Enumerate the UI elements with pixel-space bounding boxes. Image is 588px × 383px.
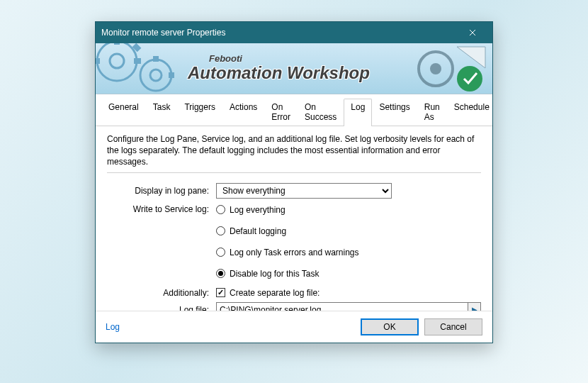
svg-point-3 [150,70,162,81]
svg-point-0 [97,43,137,81]
create-logfile-label: Create separate log file: [230,288,320,298]
tab-task[interactable]: Task [146,99,178,126]
ok-button[interactable]: OK [361,318,419,335]
logfile-input[interactable] [216,302,468,311]
help-link[interactable]: Log [106,322,120,332]
cancel-button[interactable]: Cancel [424,318,482,335]
tab-on-success[interactable]: On Success [298,99,344,126]
tab-on-error[interactable]: On Error [264,99,298,126]
service-log-label: Write to Service log: [107,203,216,214]
tab-strip: General Task Triggers Actions On Error O… [96,94,492,126]
dialog-footer: Log OK Cancel [96,311,492,343]
svg-rect-6 [96,58,100,64]
svg-point-1 [110,54,124,68]
banner-brand: Febooti [209,53,242,64]
radio-disable-log-label: Disable log for this Task [230,269,320,279]
svg-point-12 [457,66,482,91]
display-label: Display in log pane: [107,186,216,196]
tab-actions[interactable]: Actions [222,99,264,126]
radio-default-logging[interactable] [216,226,225,235]
banner: Febooti Automation Workshop [96,43,492,94]
logfile-label: Log file: [107,305,216,311]
radio-log-everything-label: Log everything [230,205,285,215]
tab-triggers[interactable]: Triggers [177,99,222,126]
tab-log[interactable]: Log [344,99,372,126]
svg-rect-4 [114,43,120,45]
tab-run-as[interactable]: Run As [417,99,447,126]
additionally-label: Additionally: [107,288,216,298]
tab-general[interactable]: General [101,99,146,126]
radio-errors-warnings[interactable] [216,248,225,257]
banner-right-decoration [386,43,492,94]
create-logfile-checkbox[interactable] [216,288,225,297]
titlebar: Monitor remote server Properties [96,22,492,43]
divider [107,172,481,173]
svg-rect-9 [169,72,174,78]
radio-default-logging-label: Default logging [230,226,286,236]
radio-errors-warnings-label: Log only Task errors and warnings [230,248,359,257]
close-button[interactable] [458,22,487,43]
tab-settings[interactable]: Settings [372,99,417,126]
svg-point-11 [430,63,441,74]
tab-schedule[interactable]: Schedule [447,99,497,126]
close-icon [469,29,476,36]
tab-content: Configure the Log Pane, Service log, and… [96,126,492,311]
banner-product: Automation Workshop [188,63,370,83]
logfile-browse-button[interactable]: ▶ [468,302,481,311]
window-title: Monitor remote server Properties [101,28,458,38]
svg-point-2 [140,60,171,91]
display-select[interactable]: Show everything [216,183,392,199]
chevron-right-icon: ▶ [472,306,477,311]
svg-rect-8 [153,56,159,62]
svg-rect-7 [134,58,141,64]
properties-dialog: Monitor remote server Properties [95,21,493,343]
radio-disable-log[interactable] [216,269,225,278]
description-text: Configure the Log Pane, Service log, and… [107,133,481,168]
radio-log-everything[interactable] [216,205,225,214]
